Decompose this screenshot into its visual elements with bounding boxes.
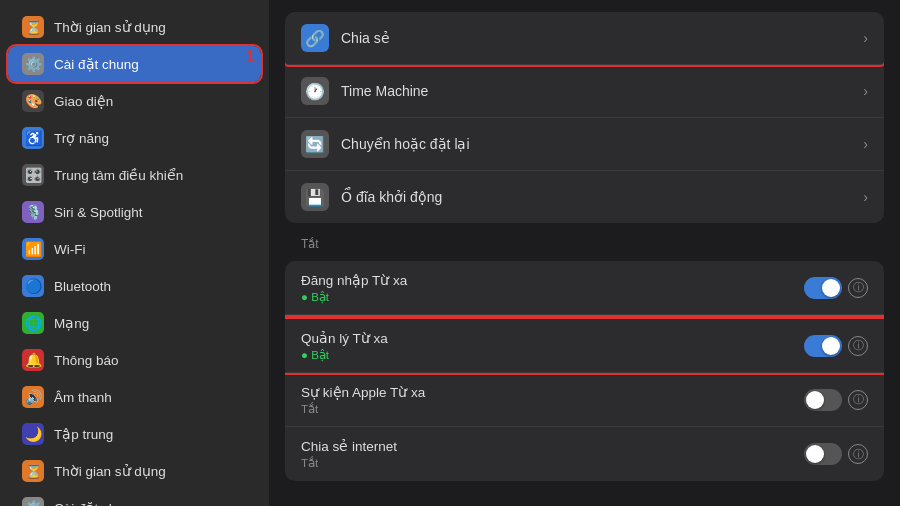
top-settings-section: 🔗 Chia sẻ › 2 🕐 Time Machine › 🔄 Chuyển … <box>285 12 884 223</box>
dang-nhap-toggle[interactable] <box>804 277 842 299</box>
cai-dat-bot-icon: ⚙️ <box>22 497 44 506</box>
sidebar-label: Bluetooth <box>54 279 111 294</box>
sidebar-item-thoi-gian-bot[interactable]: ⏳ Thời gian sử dụng <box>8 453 261 489</box>
sidebar-item-giao-dien[interactable]: 🎨 Giao diện <box>8 83 261 119</box>
sidebar-label: Thông báo <box>54 353 119 368</box>
main-content: 🔗 Chia sẻ › 2 🕐 Time Machine › 🔄 Chuyển … <box>269 0 900 506</box>
su-kien-title: Sự kiện Apple Từ xa <box>301 384 804 400</box>
sidebar-label: Wi-Fi <box>54 242 85 257</box>
chia-se-row[interactable]: 🔗 Chia sẻ › 2 <box>285 12 884 65</box>
sidebar-item-trung-tam[interactable]: 🎛️ Trung tâm điều khiển <box>8 157 261 193</box>
thong-bao-icon: 🔔 <box>22 349 44 371</box>
time-machine-label: Time Machine <box>341 83 863 99</box>
quan-ly-title: Quản lý Từ xa <box>301 330 804 346</box>
sidebar-label: Giao diện <box>54 93 113 109</box>
sidebar-item-wifi[interactable]: 📶 Wi-Fi <box>8 231 261 267</box>
sidebar-item-thoi-gian-su-dung-top[interactable]: ⏳ Thời gian sử dụng <box>8 9 261 45</box>
sidebar-label: Trợ năng <box>54 130 109 146</box>
dang-nhap-title: Đăng nhập Từ xa <box>301 272 804 288</box>
o-dia-label: Ổ đĩa khởi động <box>341 189 863 205</box>
time-machine-chevron: › <box>863 83 868 99</box>
sidebar-label: Cài đặt chung <box>54 500 139 506</box>
toggle-knob <box>822 337 840 355</box>
chuyen-hoac-dat-lai-row[interactable]: 🔄 Chuyển hoặc đặt lại › <box>285 118 884 171</box>
mang-icon: 🌐 <box>22 312 44 334</box>
bluetooth-icon: 🔵 <box>22 275 44 297</box>
sidebar-label: Cài đặt chung <box>54 56 139 72</box>
chuyen-icon: 🔄 <box>301 130 329 158</box>
wifi-icon: 📶 <box>22 238 44 260</box>
quan-ly-info: Quản lý Từ xa ● Bật <box>301 330 804 362</box>
o-dia-chevron: › <box>863 189 868 205</box>
dang-nhap-tu-xa-row[interactable]: Đăng nhập Từ xa ● Bật ⓘ 3 <box>285 261 884 315</box>
thoi-gian-bot-icon: ⏳ <box>22 460 44 482</box>
sidebar-label: Thời gian sử dụng <box>54 19 166 35</box>
trung-tam-icon: 🎛️ <box>22 164 44 186</box>
chuyen-chevron: › <box>863 136 868 152</box>
sharing-section: Đăng nhập Từ xa ● Bật ⓘ 3 Quản lý Từ xa <box>285 261 884 481</box>
giao-dien-icon: 🎨 <box>22 90 44 112</box>
chia-se-internet-toggle-container: ⓘ <box>804 443 868 465</box>
sidebar-item-cai-dat-bot[interactable]: ⚙️ Cài đặt chung <box>8 490 261 506</box>
quan-ly-toggle[interactable] <box>804 335 842 357</box>
chuyen-label: Chuyển hoặc đặt lại <box>341 136 863 152</box>
o-dia-icon: 💾 <box>301 183 329 211</box>
toggle-knob <box>822 279 840 297</box>
tat-label: Tắt <box>269 235 900 253</box>
su-kien-status: Tắt <box>301 402 804 416</box>
chia-se-label: Chia sẻ <box>341 30 863 46</box>
toggle-knob <box>806 391 824 409</box>
thoi-gian-icon: ⏳ <box>22 16 44 38</box>
sidebar-item-mang[interactable]: 🌐 Mạng <box>8 305 261 341</box>
tro-nang-icon: ♿ <box>22 127 44 149</box>
chia-se-internet-row[interactable]: Chia sẻ internet Tắt ⓘ <box>285 427 884 481</box>
sidebar-item-thong-bao[interactable]: 🔔 Thông báo <box>8 342 261 378</box>
siri-icon: 🎙️ <box>22 201 44 223</box>
sidebar-label: Tập trung <box>54 426 113 442</box>
chia-se-internet-status: Tắt <box>301 456 804 470</box>
sidebar-label: Siri & Spotlight <box>54 205 143 220</box>
time-machine-row[interactable]: 🕐 Time Machine › <box>285 65 884 118</box>
o-dia-row[interactable]: 💾 Ổ đĩa khởi động › <box>285 171 884 223</box>
dang-nhap-status: ● Bật <box>301 290 804 304</box>
quan-ly-info-btn[interactable]: ⓘ <box>848 336 868 356</box>
chia-se-internet-info: Chia sẻ internet Tắt <box>301 438 804 470</box>
sidebar-label: Thời gian sử dụng <box>54 463 166 479</box>
sidebar-item-tap-trung[interactable]: 🌙 Tập trung <box>8 416 261 452</box>
chia-se-internet-title: Chia sẻ internet <box>301 438 804 454</box>
quan-ly-toggle-container: ⓘ <box>804 335 868 357</box>
am-thanh-icon: 🔊 <box>22 386 44 408</box>
chia-se-internet-toggle[interactable] <box>804 443 842 465</box>
sidebar-item-tro-nang[interactable]: ♿ Trợ năng <box>8 120 261 156</box>
sidebar-item-am-thanh[interactable]: 🔊 Âm thanh <box>8 379 261 415</box>
su-kien-apple-row[interactable]: Sự kiện Apple Từ xa Tắt ⓘ <box>285 373 884 427</box>
su-kien-toggle-container: ⓘ <box>804 389 868 411</box>
sidebar-label: Trung tâm điều khiển <box>54 167 183 183</box>
sidebar-label: Âm thanh <box>54 390 112 405</box>
quan-ly-status: ● Bật <box>301 348 804 362</box>
su-kien-info: Sự kiện Apple Từ xa Tắt <box>301 384 804 416</box>
sidebar-item-cai-dat-chung[interactable]: ⚙️ Cài đặt chung 1 <box>8 46 261 82</box>
dang-nhap-info-btn[interactable]: ⓘ <box>848 278 868 298</box>
time-machine-icon: 🕐 <box>301 77 329 105</box>
toggle-knob <box>806 445 824 463</box>
dang-nhap-toggle-container: ⓘ <box>804 277 868 299</box>
chia-se-internet-info-btn[interactable]: ⓘ <box>848 444 868 464</box>
content-panel: 🔗 Chia sẻ › 2 🕐 Time Machine › 🔄 Chuyển … <box>269 0 900 506</box>
chia-se-chevron: › <box>863 30 868 46</box>
sidebar: ⏳ Thời gian sử dụng ⚙️ Cài đặt chung 1 🎨… <box>0 0 269 506</box>
chia-se-icon: 🔗 <box>301 24 329 52</box>
su-kien-info-btn[interactable]: ⓘ <box>848 390 868 410</box>
quan-ly-tu-xa-row[interactable]: Quản lý Từ xa ● Bật ⓘ 4 <box>285 319 884 373</box>
cai-dat-icon: ⚙️ <box>22 53 44 75</box>
sidebar-item-siri[interactable]: 🎙️ Siri & Spotlight <box>8 194 261 230</box>
badge-1: 1 <box>246 48 255 66</box>
dang-nhap-info: Đăng nhập Từ xa ● Bật <box>301 272 804 304</box>
tap-trung-icon: 🌙 <box>22 423 44 445</box>
sidebar-label: Mạng <box>54 315 89 331</box>
sidebar-item-bluetooth[interactable]: 🔵 Bluetooth <box>8 268 261 304</box>
su-kien-toggle[interactable] <box>804 389 842 411</box>
